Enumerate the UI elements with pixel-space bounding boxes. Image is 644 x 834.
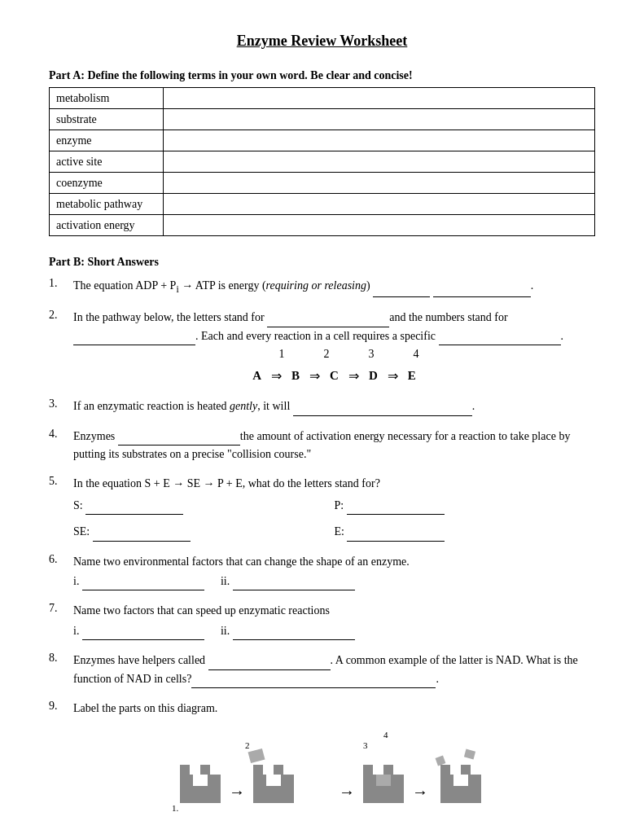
q4-content: Enzymes the amount of activation energy …	[73, 428, 595, 464]
part-b-header: Part B: Short Answers	[49, 256, 595, 269]
svg-rect-16	[376, 775, 391, 786]
q5-content: In the equation S + E → SE → P + E, what…	[73, 475, 595, 541]
q2-number: 2.	[49, 309, 73, 322]
term-label: active site	[50, 151, 164, 173]
term-label: substrate	[50, 109, 164, 130]
q1-number: 1.	[49, 277, 73, 290]
part-a-header: Part A: Define the following terms in yo…	[49, 69, 595, 82]
table-row: enzyme	[50, 130, 595, 151]
svg-rect-24	[440, 765, 450, 775]
table-row: active site	[50, 151, 595, 173]
svg-rect-4	[200, 765, 210, 775]
q6-number: 6.	[49, 553, 73, 566]
svg-rect-20	[435, 756, 445, 766]
term-definition[interactable]	[164, 88, 595, 109]
question-7: 7. Name two factors that can speed up en…	[49, 602, 595, 640]
question-2: 2. In the pathway below, the letters sta…	[49, 309, 595, 386]
table-row: activation energy	[50, 215, 595, 236]
question-5: 5. In the equation S + E → SE → P + E, w…	[49, 475, 595, 541]
q8-number: 8.	[49, 652, 73, 665]
svg-rect-2	[193, 775, 208, 786]
svg-rect-21	[463, 749, 475, 760]
svg-text:→: →	[229, 783, 245, 801]
question-4: 4. Enzymes the amount of activation ener…	[49, 428, 595, 464]
svg-rect-17	[363, 765, 373, 775]
q3-number: 3.	[49, 397, 73, 410]
term-definition[interactable]	[164, 130, 595, 151]
term-label: enzyme	[50, 130, 164, 151]
svg-rect-23	[453, 775, 468, 786]
term-definition[interactable]	[164, 109, 595, 130]
term-label: coenzyme	[50, 173, 164, 194]
term-definition[interactable]	[164, 173, 595, 194]
svg-rect-10	[253, 765, 263, 775]
table-row: metabolic pathway	[50, 194, 595, 215]
term-label: activation energy	[50, 215, 164, 236]
q4-number: 4.	[49, 428, 73, 441]
q8-content: Enzymes have helpers called . A common e…	[73, 652, 595, 688]
q3-content: If an enzymatic reaction is heated gentl…	[73, 397, 595, 415]
question-8: 8. Enzymes have helpers called . A commo…	[49, 652, 595, 688]
term-definition[interactable]	[164, 215, 595, 236]
svg-text:1.: 1.	[172, 803, 179, 813]
terms-table: metabolismsubstrateenzymeactive sitecoen…	[49, 87, 595, 236]
svg-text:2: 2	[245, 740, 250, 750]
q9-number: 9.	[49, 700, 73, 713]
svg-rect-25	[461, 765, 471, 775]
svg-rect-18	[383, 765, 393, 775]
q5-number: 5.	[49, 475, 73, 488]
term-label: metabolism	[50, 88, 164, 109]
term-definition[interactable]	[164, 151, 595, 173]
table-row: metabolism	[50, 88, 595, 109]
svg-rect-7	[248, 748, 265, 763]
question-6: 6. Name two environmental factors that c…	[49, 553, 595, 591]
svg-text:3: 3	[363, 740, 368, 750]
svg-text:→: →	[339, 783, 355, 801]
q2-content: In the pathway below, the letters stand …	[73, 309, 595, 386]
q7-content: Name two factors that can speed up enzym…	[73, 602, 595, 640]
q7-number: 7.	[49, 602, 73, 615]
question-9: 9. Label the parts on this diagram. 1. →	[49, 700, 595, 834]
q1-content: The equation ADP + Pi → ATP is energy (r…	[73, 277, 595, 297]
svg-rect-3	[180, 765, 190, 775]
svg-text:→: →	[412, 783, 428, 801]
question-3: 3. If an enzymatic reaction is heated ge…	[49, 397, 595, 415]
pathway-numbers: 1234	[73, 345, 595, 363]
svg-rect-11	[274, 765, 283, 775]
question-1: 1. The equation ADP + Pi → ATP is energy…	[49, 277, 595, 297]
svg-text:4: 4	[383, 730, 388, 740]
table-row: coenzyme	[50, 173, 595, 194]
q9-content: Label the parts on this diagram. 1. →	[73, 700, 595, 834]
page-title: Enzyme Review Worksheet	[49, 33, 595, 50]
term-label: metabolic pathway	[50, 194, 164, 215]
pathway-letters: A ⇒ B ⇒ C ⇒ D ⇒ E	[73, 366, 595, 387]
svg-rect-9	[266, 775, 281, 786]
enzyme-diagram: 1. → 2	[164, 726, 506, 834]
term-definition[interactable]	[164, 194, 595, 215]
table-row: substrate	[50, 109, 595, 130]
q6-content: Name two environmental factors that can …	[73, 553, 595, 591]
